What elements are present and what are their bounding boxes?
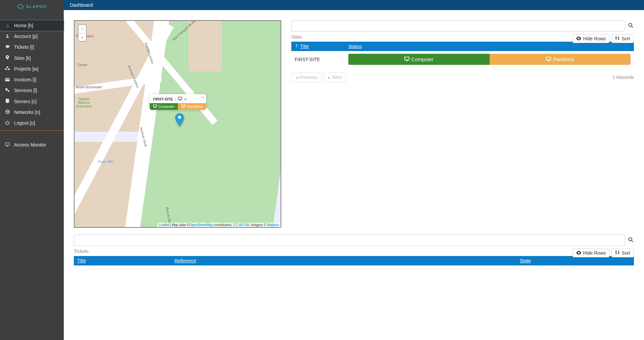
map-marker[interactable] [175, 113, 184, 128]
user-icon [5, 34, 10, 39]
sites-search-button[interactable] [627, 20, 634, 32]
sidebar-item-logout[interactable]: Logout [o] [0, 118, 64, 128]
svg-point-38 [629, 238, 632, 241]
svg-rect-8 [8, 69, 10, 70]
topbar: Dashboard [64, 0, 644, 10]
map[interactable]: Rue François de Badts Avenue Louise Aven… [74, 20, 281, 228]
sites-search-input[interactable] [291, 20, 625, 32]
sites-pager: ◂Previous ▸Next 1 Records [291, 72, 634, 82]
desktop-icon [178, 97, 182, 101]
map-zoom-control: + - [78, 24, 87, 42]
tickets-sort-button[interactable]: Sort [611, 249, 634, 257]
sidebar: SLAPOS ⌂Home [h] Account [p] Tickets [t]… [0, 0, 64, 275]
sites-sort-button[interactable]: Sort [611, 34, 634, 43]
search-icon [628, 23, 633, 29]
svg-rect-35 [546, 57, 551, 60]
sidebar-item-access-monitor[interactable]: Access Monitor [0, 139, 64, 150]
svg-point-4 [5, 45, 9, 48]
sidebar-nav: ⌂Home [h] Account [p] Tickets [t] Sites … [0, 20, 64, 128]
tickets-table: Title Reference State [74, 256, 634, 265]
eye-icon [576, 36, 581, 41]
tickets-panel: Hide Rows Sort Tickets Title Reference S… [74, 235, 634, 265]
pin-icon [5, 55, 10, 61]
brand-logo: SLAPOS [0, 0, 64, 13]
svg-rect-32 [405, 57, 409, 60]
database-icon [5, 98, 10, 104]
table-row: FIRST-SITE Computer Partitions [291, 51, 634, 68]
site-title-cell[interactable]: FIRST-SITE [291, 51, 345, 68]
sidebar-item-sites[interactable]: Sites [k] [0, 52, 64, 63]
svg-point-11 [5, 88, 8, 91]
cc-link[interactable]: CC-BY-SA [233, 223, 249, 227]
sites-next-button[interactable]: ▸Next [324, 72, 346, 82]
tickets-col-reference[interactable]: Reference [171, 256, 516, 265]
svg-line-31 [632, 26, 633, 28]
tickets-section-label: Tickets [74, 249, 634, 254]
caret-left-icon: ◂ [296, 75, 298, 80]
tickets-hide-rows-button[interactable]: Hide Rows [573, 249, 610, 257]
tickets-search-input[interactable] [74, 235, 625, 246]
sites-col-title[interactable]: 🡡Title [291, 42, 345, 51]
caret-right-icon: ▸ [328, 75, 331, 80]
svg-point-5 [7, 56, 8, 57]
svg-point-12 [8, 90, 9, 92]
popup-close-icon[interactable]: × [201, 95, 204, 100]
desktop-icon [404, 56, 409, 62]
sidebar-item-account[interactable]: Account [p] [0, 31, 64, 42]
sites-hide-rows-button[interactable]: Hide Rows [573, 34, 610, 43]
svg-rect-6 [6, 67, 8, 68]
sidebar-item-tickets[interactable]: Tickets [t] [0, 42, 64, 52]
tickets-col-title[interactable]: Title [74, 256, 171, 265]
sort-icon [615, 36, 620, 41]
sidebar-item-networks[interactable]: Networks [n] [0, 107, 64, 118]
sidebar-item-home[interactable]: ⌂Home [h] [0, 20, 64, 31]
chat-icon [5, 44, 10, 50]
sites-panel: Hide Rows Sort Sites 🡡Title Status [291, 20, 634, 82]
svg-rect-23 [153, 105, 157, 107]
map-zoom-out[interactable]: - [79, 33, 86, 41]
page-title: Dashboard [70, 2, 93, 8]
globe-icon [5, 110, 10, 115]
sidebar-item-invoices[interactable]: Invoices [i] [0, 74, 64, 85]
search-icon [628, 237, 633, 243]
popup-title: FIRST-SITE [153, 97, 173, 101]
svg-rect-17 [5, 143, 9, 145]
sort-asc-icon: 🡡 [295, 44, 299, 49]
svg-point-3 [7, 35, 8, 36]
svg-rect-20 [178, 97, 182, 99]
svg-rect-26 [182, 105, 185, 107]
map-popup: × FIRST-SITE | > Computer Partitions [150, 94, 206, 110]
power-icon [5, 120, 10, 126]
sites-table: 🡡Title Status FIRST-SITE Computer [291, 42, 634, 68]
site-computer-button[interactable]: Computer [348, 54, 490, 65]
svg-point-29 [178, 116, 181, 119]
sites-col-status[interactable]: Status [345, 42, 634, 51]
sidebar-item-servers[interactable]: Servers [c] [0, 96, 64, 107]
map-attribution: Leaflet | Map data ©OpenStreetMap contri… [158, 223, 281, 227]
osm-link[interactable]: OpenStreetMap [189, 223, 213, 227]
tickets-search-button[interactable] [627, 235, 634, 246]
mapbox-link[interactable]: Mapbox [267, 223, 279, 227]
desktop-icon [546, 56, 551, 62]
popup-partitions-button[interactable]: Partitions [178, 103, 206, 110]
card-icon [5, 77, 10, 82]
sidebar-item-services[interactable]: Services [l] [0, 85, 64, 96]
tickets-col-state[interactable]: State [516, 256, 634, 265]
map-zoom-in[interactable]: + [79, 25, 86, 33]
site-partitions-button[interactable]: Partitions [490, 54, 631, 65]
svg-rect-9 [5, 78, 9, 81]
home-icon: ⌂ [5, 23, 10, 28]
eye-icon [576, 250, 581, 256]
sidebar-secondary: Access Monitor [0, 139, 64, 150]
leaflet-link[interactable]: Leaflet [159, 223, 169, 227]
sidebar-item-projects[interactable]: Projects [w] [0, 63, 64, 74]
main-content: Rue François de Badts Avenue Louise Aven… [64, 10, 644, 275]
desktop-icon [5, 142, 10, 147]
svg-rect-10 [5, 79, 9, 80]
popup-computer-button[interactable]: Computer [150, 103, 178, 110]
cubes-icon [5, 66, 10, 72]
svg-rect-7 [5, 69, 7, 70]
sites-prev-button[interactable]: ◂Previous [291, 72, 322, 82]
svg-line-39 [632, 241, 633, 242]
sort-icon [615, 250, 620, 256]
